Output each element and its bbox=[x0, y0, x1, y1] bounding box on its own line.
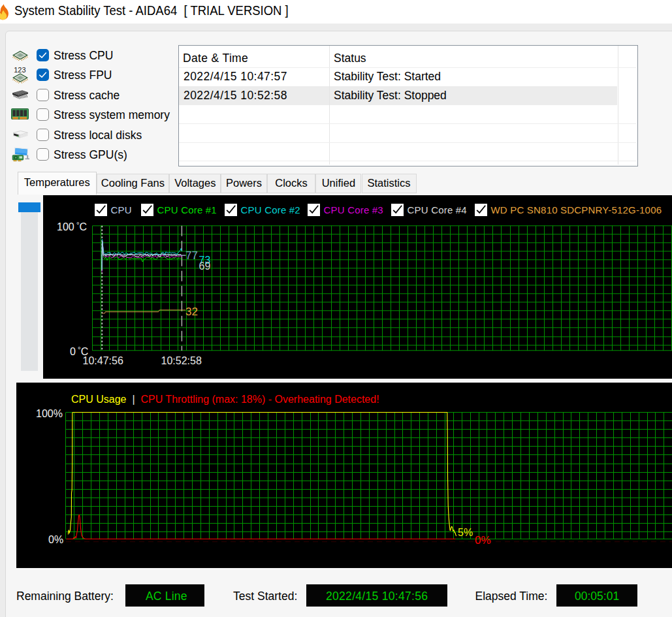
svg-text:123: 123 bbox=[14, 66, 25, 74]
